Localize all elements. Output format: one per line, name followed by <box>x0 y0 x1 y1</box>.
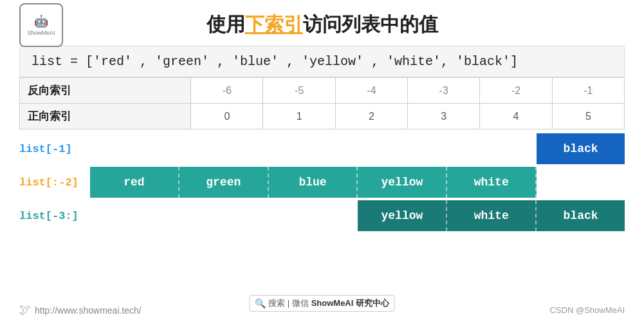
slice-cell-yellow2: yellow <box>358 200 447 231</box>
title-prefix: 使用 <box>207 14 245 35</box>
slice-row-neg3: list[-3:] yellow white black <box>19 200 625 231</box>
footer-link: 🕊 http://www.showmeai.tech/ <box>19 303 142 317</box>
watermark: ShowMeAI <box>641 0 645 49</box>
slice-cell <box>90 200 179 231</box>
slice-cell-black: black <box>537 133 625 164</box>
search-icon: 🔍 <box>255 298 266 308</box>
slice-cells-neg2: red green blue yellow white <box>90 167 625 198</box>
slice-cell <box>269 200 358 231</box>
table-row: 反向索引 -6 -5 -4 -3 -2 -1 <box>20 78 625 104</box>
slice-cell-yellow: yellow <box>358 167 447 198</box>
slice-row-neg2: list[:-2] red green blue yellow white <box>19 167 625 198</box>
title-suffix: 访问列表中的值 <box>303 14 438 35</box>
cell-3: 3 <box>408 104 480 129</box>
index-table: 反向索引 -6 -5 -4 -3 -2 -1 正向索引 0 1 2 3 4 5 <box>19 77 625 129</box>
slice-cell-blue: blue <box>269 167 358 198</box>
reverse-index-label: 反向索引 <box>20 78 191 104</box>
slice-cell-red: red <box>90 167 179 198</box>
forward-index-label: 正向索引 <box>20 104 191 129</box>
slice-cell <box>179 133 269 164</box>
slice-cell-black2: black <box>537 200 625 231</box>
logo-icon: 🤖 <box>34 14 48 28</box>
slice-cell <box>269 133 358 164</box>
cell-neg4: -4 <box>335 78 407 104</box>
slice-label-neg2: list[:-2] <box>19 176 90 189</box>
footer-url[interactable]: http://www.showmeai.tech/ <box>35 305 142 316</box>
slice-cell-green: green <box>179 167 269 198</box>
search-label: 搜索 | 微信 <box>268 298 309 309</box>
logo-text: ShowMeAI <box>27 30 55 36</box>
cell-0: 0 <box>191 104 263 129</box>
cell-neg1: -1 <box>552 78 624 104</box>
cell-1: 1 <box>263 104 335 129</box>
cell-neg3: -3 <box>408 78 480 104</box>
bird-icon: 🕊 <box>19 303 31 317</box>
slice-cell <box>358 133 447 164</box>
cell-neg6: -6 <box>191 78 263 104</box>
cell-neg2: -2 <box>480 78 552 104</box>
table-row: 正向索引 0 1 2 3 4 5 <box>20 104 625 129</box>
slice-area: list[-1] black list[:-2] red green blue … <box>19 133 625 231</box>
slice-cell-white: white <box>447 167 537 198</box>
slice-cell <box>447 133 537 164</box>
header: 🤖 ShowMeAI 使用下索引访问列表中的值 <box>19 6 625 46</box>
slice-row-neg1: list[-1] black <box>19 133 625 164</box>
logo: 🤖 ShowMeAI <box>19 3 63 47</box>
footer-csdn: CSDN @ShowMeAI <box>549 305 625 315</box>
slice-cells-neg3: yellow white black <box>90 200 625 231</box>
slice-cell <box>179 200 269 231</box>
slice-cell <box>537 167 625 198</box>
cell-neg5: -5 <box>263 78 335 104</box>
slice-cell-white2: white <box>447 200 537 231</box>
slice-cell <box>90 133 179 164</box>
slice-label-neg3: list[-3:] <box>19 210 90 222</box>
cell-2: 2 <box>335 104 407 129</box>
title-highlight: 下索引 <box>245 14 303 35</box>
search-brand: ShowMeAI 研究中心 <box>311 298 389 309</box>
main-container: ShowMeAI 🤖 ShowMeAI 使用下索引访问列表中的值 list = … <box>0 0 644 322</box>
slice-cells-neg1: black <box>90 133 625 164</box>
slice-label-neg1: list[-1] <box>19 143 90 155</box>
code-line: list = ['red' , 'green' , 'blue' , 'yell… <box>32 54 518 69</box>
cell-4: 4 <box>480 104 552 129</box>
cell-5: 5 <box>552 104 624 129</box>
page-title: 使用下索引访问列表中的值 <box>207 12 438 38</box>
footer: 🕊 http://www.showmeai.tech/ 🔍 搜索 | 微信 Sh… <box>19 303 625 317</box>
search-badge: 🔍 搜索 | 微信 ShowMeAI 研究中心 <box>249 295 395 312</box>
code-block: list = ['red' , 'green' , 'blue' , 'yell… <box>19 46 625 77</box>
